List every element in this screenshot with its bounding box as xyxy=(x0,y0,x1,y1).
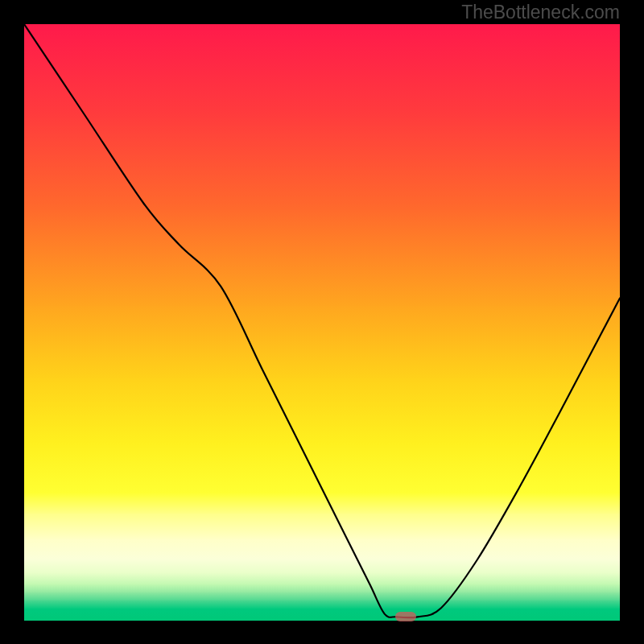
chart-stage: TheBottleneck.com xyxy=(0,0,644,644)
bottleneck-curve xyxy=(24,24,620,620)
watermark-text: TheBottleneck.com xyxy=(461,2,620,23)
optimal-marker xyxy=(395,612,416,621)
